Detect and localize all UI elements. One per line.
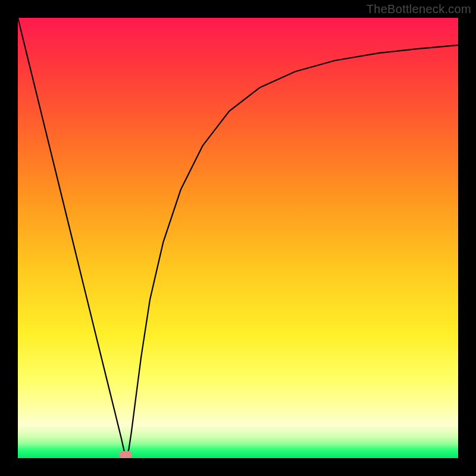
watermark-text: TheBottleneck.com <box>367 2 471 16</box>
plot-area <box>18 18 458 458</box>
bottleneck-curve <box>18 18 458 458</box>
minimum-marker <box>119 451 132 458</box>
chart-frame: TheBottleneck.com <box>0 0 476 476</box>
